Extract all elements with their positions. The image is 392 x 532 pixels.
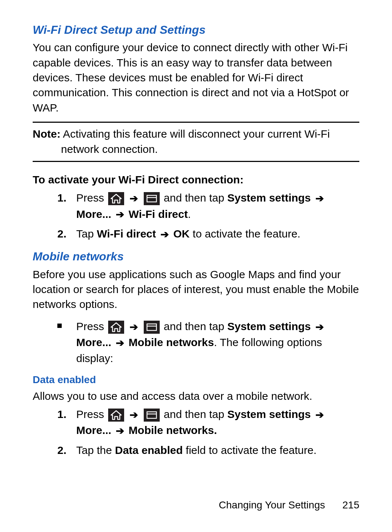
arrow-icon: ➔	[130, 191, 138, 206]
paragraph-wifi-direct-intro: You can configure your device to connect…	[33, 40, 359, 115]
page-footer: Changing Your Settings 215	[219, 498, 359, 512]
manual-page: Wi-Fi Direct Setup and Settings You can …	[0, 0, 392, 532]
arrow-icon: ➔	[116, 424, 124, 439]
note-block: Note: Activating this feature will disco…	[33, 122, 359, 162]
note-text: Note: Activating this feature will disco…	[33, 126, 359, 157]
step-item: Tap Wi-Fi direct ➔ OK to activate the fe…	[76, 226, 359, 242]
bullet-item: Press ➔ and then tap System settings ➔ M…	[76, 318, 359, 366]
steps-list-data-enabled: Press ➔ and then tap System settings ➔ M…	[33, 406, 359, 458]
arrow-icon: ➔	[315, 191, 324, 206]
steps-list-wifi-direct: Press ➔ and then tap System settings ➔ M…	[33, 190, 359, 242]
arrow-icon: ➔	[116, 207, 124, 222]
footer-chapter: Changing Your Settings	[219, 499, 325, 511]
svg-rect-4	[147, 412, 156, 418]
home-icon	[108, 192, 124, 205]
section-heading-mobile-networks: Mobile networks	[33, 248, 359, 264]
arrow-icon: ➔	[130, 320, 138, 335]
subheading-activate-wifi-direct: To activate your Wi-Fi Direct connection…	[33, 172, 359, 187]
arrow-icon: ➔	[130, 408, 138, 423]
step-item: Press ➔ and then tap System settings ➔ M…	[76, 406, 359, 439]
paragraph-mobile-networks: Before you use applications such as Goog…	[33, 267, 359, 312]
arrow-icon: ➔	[315, 320, 324, 335]
section-heading-wifi-direct: Wi-Fi Direct Setup and Settings	[33, 22, 359, 38]
arrow-icon: ➔	[160, 227, 169, 242]
home-icon	[108, 321, 124, 334]
menu-icon	[144, 321, 160, 334]
arrow-icon: ➔	[315, 408, 324, 423]
paragraph-data-enabled: Allows you to use and access data over a…	[33, 389, 359, 403]
svg-rect-0	[147, 195, 156, 202]
step-item: Tap the Data enabled field to activate t…	[76, 442, 359, 458]
bullet-list-mobile-networks: Press ➔ and then tap System settings ➔ M…	[33, 318, 359, 366]
note-label: Note:	[33, 128, 61, 140]
menu-icon	[144, 192, 160, 205]
arrow-icon: ➔	[116, 336, 124, 351]
svg-rect-2	[147, 324, 156, 330]
subheading-data-enabled: Data enabled	[33, 373, 359, 387]
menu-icon	[144, 409, 160, 422]
home-icon	[108, 409, 124, 422]
step-item: Press ➔ and then tap System settings ➔ M…	[76, 190, 359, 222]
page-number: 215	[342, 498, 359, 512]
